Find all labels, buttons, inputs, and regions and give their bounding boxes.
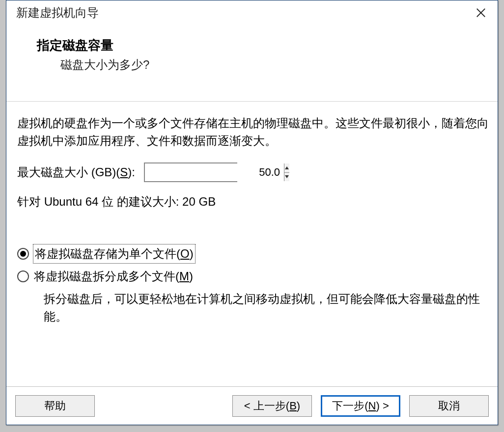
chevron-down-icon (284, 175, 289, 179)
next-button[interactable]: 下一步(N) > (321, 395, 400, 417)
disk-description: 虚拟机的硬盘作为一个或多个文件存储在主机的物理磁盘中。这些文件最初很小，随着您向… (17, 114, 489, 150)
svg-marker-3 (285, 175, 289, 178)
radio-single-file[interactable] (17, 248, 29, 260)
spinner-down-button[interactable] (284, 173, 289, 182)
cancel-button[interactable]: 取消 (409, 395, 489, 417)
disk-store-radio-group: 将虚拟磁盘存储为单个文件(O) 将虚拟磁盘拆分成多个文件(M) 拆分磁盘后，可以… (17, 245, 489, 325)
disk-size-input[interactable] (145, 163, 284, 181)
disk-size-label: 最大磁盘大小 (GB)(S): (17, 163, 135, 181)
split-description: 拆分磁盘后，可以更轻松地在计算机之间移动虚拟机，但可能会降低大容量磁盘的性能。 (44, 290, 489, 325)
spinner-up-button[interactable] (284, 163, 289, 173)
recommended-size-text: 针对 Ubuntu 64 位 的建议大小: 20 GB (17, 193, 489, 211)
new-vm-wizard-dialog: 新建虚拟机向导 指定磁盘容量 磁盘大小为多少? 虚拟机的硬盘作为一个或多个文件存… (6, 0, 498, 425)
titlebar: 新建虚拟机向导 (6, 0, 498, 25)
chevron-up-icon (284, 166, 289, 170)
disk-size-row: 最大磁盘大小 (GB)(S): (17, 162, 489, 182)
header-panel: 指定磁盘容量 磁盘大小为多少? (6, 25, 498, 87)
help-button[interactable]: 帮助 (15, 395, 95, 417)
page-heading: 指定磁盘容量 (37, 37, 478, 54)
radio-row-split-files: 将虚拟磁盘拆分成多个文件(M) (17, 268, 489, 285)
content-area: 虚拟机的硬盘作为一个或多个文件存储在主机的物理磁盘中。这些文件最初很小，随着您向… (6, 102, 498, 386)
radio-row-single-file: 将虚拟磁盘存储为单个文件(O) (17, 245, 489, 263)
disk-size-spinner (144, 162, 237, 182)
svg-marker-2 (285, 166, 289, 169)
radio-split-files-label[interactable]: 将虚拟磁盘拆分成多个文件(M) (34, 268, 193, 285)
dialog-title: 新建虚拟机向导 (16, 5, 473, 21)
close-button[interactable] (473, 5, 489, 21)
radio-single-file-label[interactable]: 将虚拟磁盘存储为单个文件(O) (34, 245, 195, 263)
back-button[interactable]: < 上一步(B) (232, 395, 312, 417)
page-subheading: 磁盘大小为多少? (60, 57, 478, 73)
button-bar: 帮助 < 上一步(B) 下一步(N) > 取消 (6, 386, 498, 425)
radio-split-files[interactable] (17, 270, 29, 282)
spinner-arrows (284, 163, 289, 181)
close-icon (476, 7, 486, 18)
